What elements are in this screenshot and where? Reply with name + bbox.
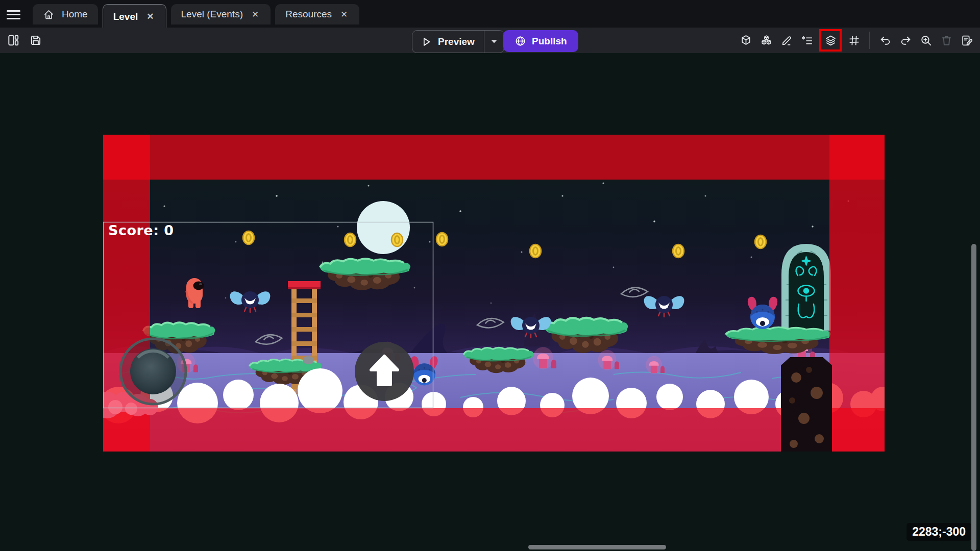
level-editor-window: Home Level ✕ Level (Events) ✕ Resources … xyxy=(0,0,980,551)
toolbar-separator xyxy=(869,32,870,49)
tab-label: Level (Events) xyxy=(181,9,243,20)
tab-bar: Home Level ✕ Level (Events) ✕ Resources … xyxy=(0,0,980,28)
play-icon xyxy=(421,36,432,47)
close-icon[interactable]: ✕ xyxy=(339,9,349,20)
preview-label: Preview xyxy=(438,36,475,47)
tab-level-events[interactable]: Level (Events) ✕ xyxy=(171,4,271,24)
close-icon[interactable]: ✕ xyxy=(250,9,260,20)
tab-resources[interactable]: Resources ✕ xyxy=(275,4,359,24)
preview-button[interactable]: Preview xyxy=(412,30,504,53)
moon xyxy=(357,201,410,254)
objects-list-icon[interactable] xyxy=(737,29,755,52)
tab-home[interactable]: Home xyxy=(33,4,98,24)
menu-icon[interactable] xyxy=(7,8,21,20)
object-groups-icon[interactable] xyxy=(757,29,775,52)
editor-toolbar: Preview Publish xyxy=(0,28,980,53)
player-character xyxy=(186,278,204,308)
zoom-in-icon[interactable] xyxy=(917,29,935,52)
edit-pencil-icon[interactable] xyxy=(777,29,796,52)
cursor-coordinates: 2283;-300 xyxy=(906,523,971,541)
game-level-view[interactable]: Score: 0 xyxy=(103,135,885,452)
vertical-scrollbar[interactable] xyxy=(971,244,976,551)
tab-label: Home xyxy=(62,9,88,20)
highlight-box xyxy=(819,29,842,52)
portal xyxy=(781,244,831,331)
trash-icon[interactable] xyxy=(937,29,955,52)
grid-icon[interactable] xyxy=(845,29,863,52)
stars xyxy=(163,182,849,304)
jump-button xyxy=(355,342,414,401)
level-scene xyxy=(103,135,885,452)
dark-pedestal xyxy=(781,357,832,452)
score-text: Score: 0 xyxy=(108,222,174,238)
rock xyxy=(303,356,314,364)
scene-canvas[interactable]: Score: 0 2283;-300 xyxy=(0,53,980,551)
globe-icon xyxy=(514,35,526,47)
home-icon xyxy=(43,9,55,20)
redo-icon[interactable] xyxy=(896,29,915,52)
chevron-down-icon xyxy=(491,40,497,43)
close-icon[interactable]: ✕ xyxy=(145,11,155,22)
joystick-control xyxy=(120,339,186,404)
tab-label: Resources xyxy=(285,9,332,20)
coins xyxy=(243,231,766,258)
preview-dropdown[interactable] xyxy=(484,31,504,53)
undo-icon[interactable] xyxy=(876,29,894,52)
tab-level[interactable]: Level ✕ xyxy=(103,4,166,29)
horizontal-scrollbar[interactable] xyxy=(528,545,666,549)
layers-icon[interactable] xyxy=(821,31,840,49)
publish-label: Publish xyxy=(532,36,567,47)
tab-label: Level xyxy=(113,11,138,22)
publish-button[interactable]: Publish xyxy=(503,30,578,52)
scene-properties-icon[interactable] xyxy=(958,29,976,52)
horned-enemy xyxy=(748,297,777,329)
instances-list-icon[interactable] xyxy=(798,29,816,52)
